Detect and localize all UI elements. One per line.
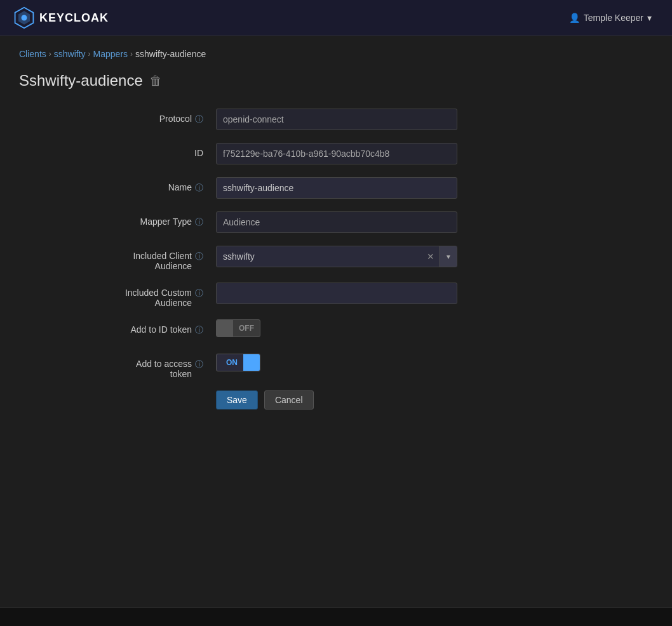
form: Protocol ⓘ ID Name ⓘ Mapper Type ⓘ (19, 109, 527, 410)
cancel-button[interactable]: Cancel (264, 390, 314, 410)
keycloak-logo-icon (13, 6, 36, 29)
main-content: Clients › sshwifty › Mappers › sshwifty-… (0, 36, 672, 422)
included-custom-audience-help-icon[interactable]: ⓘ (195, 288, 203, 299)
add-to-access-token-help-icon[interactable]: ⓘ (195, 359, 203, 370)
mapper-type-input (216, 211, 457, 233)
add-to-id-token-help-icon[interactable]: ⓘ (195, 324, 203, 336)
svg-point-2 (22, 15, 27, 21)
included-client-audience-group: Included ClientAudience ⓘ sshwifty ✕ ▼ (19, 246, 527, 271)
breadcrumb-sep-1: › (49, 50, 51, 58)
protocol-label: Protocol ⓘ (19, 109, 216, 125)
included-client-audience-select[interactable]: sshwifty ✕ ▼ (216, 246, 457, 267)
mapper-type-help-icon[interactable]: ⓘ (195, 216, 203, 228)
add-to-id-token-group: Add to ID token ⓘ OFF (19, 319, 527, 342)
select-value: sshwifty (217, 248, 422, 265)
brand-text: KEYCLOAK (39, 11, 109, 25)
select-clear-icon[interactable]: ✕ (422, 252, 440, 261)
access-token-toggle-label: ON (217, 358, 243, 367)
user-name: Temple Keeper (584, 13, 643, 23)
name-help-icon[interactable]: ⓘ (195, 182, 203, 194)
add-to-id-token-label: Add to ID token ⓘ (19, 319, 216, 336)
footer (0, 607, 672, 626)
breadcrumb-current: sshwifty-audience (135, 49, 206, 59)
save-button[interactable]: Save (216, 390, 258, 410)
included-client-audience-help-icon[interactable]: ⓘ (195, 251, 203, 262)
id-token-toggle-label: OFF (233, 324, 260, 333)
page-title-text: Sshwifty-audience (19, 72, 143, 90)
add-to-access-token-group: Add to accesstoken ⓘ ON (19, 354, 527, 379)
protocol-help-icon[interactable]: ⓘ (195, 114, 203, 125)
mapper-type-field-group: Mapper Type ⓘ (19, 211, 527, 234)
id-token-toggle-thumb (217, 320, 233, 336)
breadcrumb-clients[interactable]: Clients (19, 49, 46, 59)
breadcrumb-sshwifty[interactable]: sshwifty (54, 49, 86, 59)
included-custom-audience-group: Included CustomAudience ⓘ (19, 283, 527, 308)
delete-icon[interactable]: 🗑 (149, 74, 162, 88)
add-to-access-token-label: Add to accesstoken ⓘ (19, 354, 216, 379)
breadcrumb-sep-2: › (88, 50, 91, 58)
navbar: KEYCLOAK 👤 Temple Keeper ▾ (0, 0, 672, 36)
protocol-input (216, 109, 457, 130)
included-custom-audience-label: Included CustomAudience ⓘ (19, 283, 216, 308)
select-arrow-icon[interactable]: ▼ (440, 246, 457, 267)
user-icon: 👤 (569, 13, 580, 23)
breadcrumb-sep-3: › (130, 50, 133, 58)
form-buttons: Save Cancel (19, 390, 527, 410)
included-client-audience-label: Included ClientAudience ⓘ (19, 246, 216, 271)
protocol-field-group: Protocol ⓘ (19, 109, 527, 131)
id-token-toggle-switch[interactable]: OFF (216, 319, 260, 337)
page-title: Sshwifty-audience 🗑 (19, 72, 653, 90)
id-label: ID (19, 143, 216, 158)
navbar-brand[interactable]: KEYCLOAK (13, 6, 109, 29)
add-to-access-token-toggle[interactable]: ON (216, 354, 260, 371)
user-menu[interactable]: 👤 Temple Keeper ▾ (561, 9, 659, 27)
breadcrumb-mappers[interactable]: Mappers (93, 49, 128, 59)
add-to-id-token-toggle[interactable]: OFF (216, 319, 260, 337)
access-token-toggle-thumb (243, 354, 260, 371)
name-input[interactable] (216, 177, 457, 199)
id-input (216, 143, 457, 164)
access-token-toggle-switch[interactable]: ON (216, 354, 260, 371)
caret-icon: ▾ (647, 13, 652, 23)
name-label: Name ⓘ (19, 177, 216, 194)
id-field-group: ID (19, 143, 527, 166)
breadcrumb: Clients › sshwifty › Mappers › sshwifty-… (19, 49, 653, 59)
name-field-group: Name ⓘ (19, 177, 527, 200)
mapper-type-label: Mapper Type ⓘ (19, 211, 216, 228)
included-custom-audience-input[interactable] (216, 283, 457, 304)
